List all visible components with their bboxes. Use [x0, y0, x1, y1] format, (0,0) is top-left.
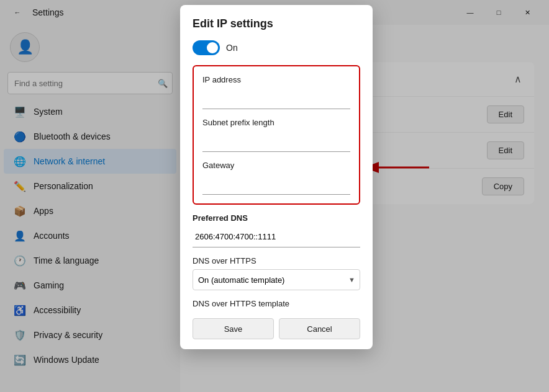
gateway-input[interactable] [202, 174, 350, 195]
subnet-input[interactable] [202, 131, 350, 152]
ip-address-group: IP address [202, 75, 350, 109]
dialog-title: Edit IP settings [193, 17, 360, 30]
gateway-group: Gateway [202, 161, 350, 195]
dns-https-label: DNS over HTTPS [193, 256, 360, 265]
ip-address-input[interactable] [202, 88, 350, 109]
dns-https-section: DNS over HTTPS On (automatic template) O… [193, 256, 360, 308]
dns-https-select-wrap: On (automatic template) Off On (manual t… [193, 269, 360, 290]
ip-fields-box: IP address Subnet prefix length Gateway [193, 65, 360, 205]
subnet-group: Subnet prefix length [202, 118, 350, 152]
cancel-button[interactable]: Cancel [279, 318, 360, 339]
toggle-label: On [226, 43, 238, 53]
dns-https-select[interactable]: On (automatic template) Off On (manual t… [193, 269, 360, 290]
ip-address-label: IP address [202, 75, 350, 84]
preferred-dns-label: Preferred DNS [193, 213, 360, 223]
edit-ip-dialog: Edit IP settings On IP address Subnet pr… [180, 5, 373, 349]
settings-window: ← Settings — □ ✕ 👤 🔍 🖥️ System [0, 0, 549, 392]
toggle-thumb [207, 42, 218, 53]
save-button[interactable]: Save [193, 318, 274, 339]
dialog-footer: Save Cancel [193, 318, 360, 339]
gateway-label: Gateway [202, 161, 350, 170]
toggle-row: On [193, 40, 360, 55]
preferred-dns-input[interactable] [193, 226, 360, 247]
dns-template-label: DNS over HTTPS template [193, 299, 360, 308]
ip-toggle[interactable] [193, 40, 220, 55]
preferred-dns-section: Preferred DNS [193, 213, 360, 247]
subnet-label: Subnet prefix length [202, 118, 350, 127]
